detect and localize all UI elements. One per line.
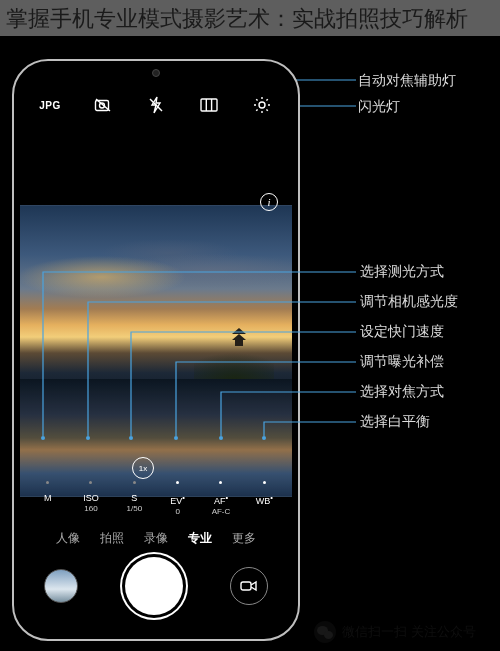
- camcorder-icon: [240, 580, 258, 592]
- front-camera-dot: [152, 69, 160, 77]
- phone-frame: JPG: [12, 59, 300, 641]
- pro-ev[interactable]: EV• 0: [157, 493, 199, 516]
- pro-value: AF-C: [212, 507, 231, 516]
- af-assist-lamp-button[interactable]: [87, 95, 119, 115]
- camera-screen: JPG: [20, 67, 292, 633]
- pro-value: 160: [84, 504, 97, 513]
- callout-flash: 闪光灯: [358, 98, 400, 116]
- info-button[interactable]: i: [260, 193, 278, 211]
- callout-metering: 选择测光方式: [360, 263, 444, 281]
- mode-more[interactable]: 更多: [232, 530, 256, 547]
- wechat-watermark: 微信扫一扫 关注公众号: [314, 621, 476, 643]
- callout-af: 选择对焦方式: [360, 383, 444, 401]
- svg-point-9: [259, 102, 265, 108]
- svg-rect-10: [241, 582, 251, 590]
- callout-ev: 调节曝光补偿: [360, 353, 444, 371]
- shutter-dot: [133, 481, 136, 484]
- pro-value: 0: [175, 507, 179, 516]
- video-toggle-button[interactable]: [230, 567, 268, 605]
- wb-dot: [263, 481, 266, 484]
- viewfinder-border: [20, 205, 292, 497]
- aspect-ratio-button[interactable]: [193, 95, 225, 115]
- flash-button[interactable]: [140, 95, 172, 115]
- af-lamp-icon: [94, 97, 112, 113]
- pro-value: 1/50: [127, 504, 143, 513]
- pro-label: AF•: [214, 493, 228, 506]
- aspect-icon: [200, 98, 218, 112]
- shutter-button[interactable]: [125, 557, 183, 615]
- pro-metering[interactable]: M: [27, 493, 69, 516]
- svg-rect-2: [96, 101, 109, 111]
- pro-shutter[interactable]: S 1/50: [113, 493, 155, 516]
- flash-off-icon: [149, 96, 163, 114]
- mode-video[interactable]: 录像: [144, 530, 168, 547]
- wechat-text: 微信扫一扫 关注公众号: [342, 623, 476, 641]
- pro-label: ISO: [83, 493, 99, 503]
- settings-button[interactable]: [246, 95, 278, 115]
- gear-icon: [253, 96, 271, 114]
- callout-iso: 调节相机感光度: [360, 293, 458, 311]
- callout-af-assist: 自动对焦辅助灯: [358, 72, 456, 90]
- pro-iso[interactable]: ISO 160: [70, 493, 112, 516]
- pro-parameter-row: M ISO 160 S 1/50 EV•: [20, 493, 292, 516]
- pro-label: EV•: [170, 493, 185, 506]
- wechat-icon: [314, 621, 336, 643]
- pro-label: WB•: [256, 493, 273, 506]
- mode-photo[interactable]: 拍照: [100, 530, 124, 547]
- mode-pro[interactable]: 专业: [188, 530, 212, 547]
- viewfinder[interactable]: i 1x M ISO 160 S: [20, 125, 292, 497]
- mode-row: 人像 拍照 录像 专业 更多: [20, 530, 292, 547]
- pro-label: M: [44, 493, 52, 503]
- callout-shutter: 设定快门速度: [360, 323, 444, 341]
- page-title: 掌握手机专业模式摄影艺术：实战拍照技巧解析: [0, 0, 500, 36]
- pro-wb[interactable]: WB•: [243, 493, 285, 516]
- pro-af[interactable]: AF• AF-C: [200, 493, 242, 516]
- shutter-row: [20, 557, 292, 615]
- format-jpg-button[interactable]: JPG: [34, 95, 66, 115]
- svg-rect-6: [201, 99, 217, 111]
- top-toolbar: JPG: [20, 95, 292, 115]
- gallery-thumbnail[interactable]: [44, 569, 78, 603]
- pro-label: S: [131, 493, 137, 503]
- zoom-1x-button[interactable]: 1x: [132, 457, 154, 479]
- callout-wb: 选择白平衡: [360, 413, 430, 431]
- mode-portrait[interactable]: 人像: [56, 530, 80, 547]
